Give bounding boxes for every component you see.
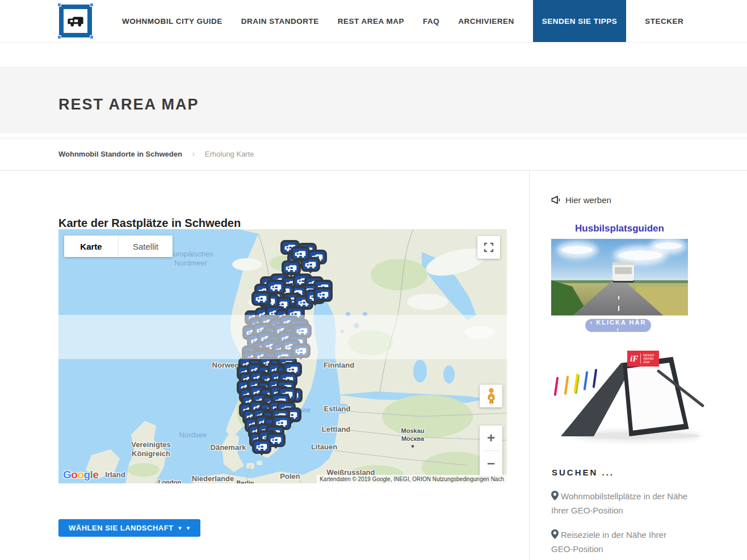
breadcrumb-current[interactable]: Wohnmobil Standorte in Schweden bbox=[58, 150, 182, 158]
map-type-control: Karte Satellit bbox=[64, 235, 173, 257]
header: WOHNMOBIL CITY GUIDEDRAIN STANDORTEREST … bbox=[0, 0, 747, 43]
google-logo-letter: o bbox=[71, 469, 77, 481]
title-band: REST AREA MAP bbox=[0, 67, 747, 133]
rv-icon bbox=[296, 327, 308, 335]
breadcrumb-separator-icon: › bbox=[192, 149, 195, 158]
breadcrumb-page: Erholung Karte bbox=[205, 150, 254, 158]
map-attribution[interactable]: Kartendaten © 2019 Google, INEGI, ORION … bbox=[317, 475, 507, 483]
photo-motorhome bbox=[612, 262, 634, 281]
megaphone-icon bbox=[551, 196, 561, 204]
rv-icon bbox=[294, 250, 307, 258]
rv-icon bbox=[66, 15, 85, 27]
nav-item-stecker[interactable]: STECKER bbox=[645, 17, 683, 26]
map-marker-rest-area[interactable] bbox=[291, 246, 310, 261]
rv-icon bbox=[285, 264, 297, 272]
zoom-in-button[interactable]: + bbox=[480, 426, 502, 450]
google-logo[interactable]: Google bbox=[63, 469, 98, 481]
pegman-button[interactable] bbox=[480, 385, 502, 407]
advertise-here-link[interactable]: Hier werben bbox=[551, 195, 611, 205]
choose-landscape-label: WÄHLEN SIE LANDSCHAFT bbox=[69, 524, 174, 532]
geo-link-label: Wohnmobilstellplätze in der Nähe Ihrer G… bbox=[551, 491, 687, 515]
column-divider bbox=[529, 170, 530, 560]
nav-item-faq[interactable]: FAQ bbox=[423, 17, 439, 26]
fullscreen-icon bbox=[484, 242, 494, 252]
photo-cloud bbox=[654, 242, 682, 250]
site-logo[interactable] bbox=[59, 5, 92, 37]
geo-link-label: Reiseziele in der Nähe Ihrer GEO-Positio… bbox=[551, 530, 666, 554]
location-pin-icon bbox=[551, 491, 559, 500]
motorhome-logo-icon bbox=[64, 9, 87, 33]
selection-handle bbox=[57, 35, 61, 39]
road-dash bbox=[618, 306, 619, 311]
screen-figure bbox=[564, 376, 569, 395]
map-type-satellit-button[interactable]: Satellit bbox=[118, 235, 173, 257]
map-heading: Karte der Rastplätze in Schweden bbox=[58, 217, 241, 230]
google-logo-letter: G bbox=[63, 469, 71, 481]
geo-link-stellplaetze[interactable]: Wohnmobilstellplätze in der Nähe Ihrer G… bbox=[551, 489, 689, 517]
rv-icon bbox=[255, 294, 267, 303]
pegman-icon bbox=[486, 388, 496, 404]
page-title: REST AREA MAP bbox=[58, 96, 199, 113]
map-marker-rest-area[interactable] bbox=[252, 439, 271, 454]
photo-cloud bbox=[561, 246, 593, 254]
selection-handle bbox=[90, 3, 94, 7]
zoom-control: + − bbox=[480, 426, 502, 476]
rv-icon bbox=[317, 290, 329, 299]
nav-item-archivieren[interactable]: ARCHIVIEREN bbox=[458, 17, 514, 26]
choose-landscape-button[interactable]: WÄHLEN SIE LANDSCHAFT ▾ ▾ bbox=[58, 519, 200, 537]
advertise-here-label: Hier werben bbox=[565, 195, 611, 205]
search-heading: SUCHEN ... bbox=[552, 468, 614, 477]
photo-cloud bbox=[618, 250, 662, 260]
rv-icon bbox=[255, 443, 268, 451]
location-pin-icon bbox=[551, 529, 559, 539]
road-dash bbox=[618, 296, 619, 300]
selection-handle bbox=[90, 35, 94, 39]
zoom-out-button[interactable]: − bbox=[480, 451, 502, 476]
google-logo-letter: g bbox=[84, 469, 90, 481]
main-nav: WOHNMOBIL CITY GUIDEDRAIN STANDORTEREST … bbox=[122, 0, 683, 42]
if-badge-logo: iF bbox=[630, 354, 638, 364]
fullscreen-button[interactable] bbox=[477, 236, 500, 259]
screen-figure bbox=[584, 371, 589, 390]
if-design-award-badge: iF DESIGN AWARD 2018 bbox=[627, 351, 659, 367]
google-map[interactable]: EuropäischesNordmeerNorwegenFinnlandOsts… bbox=[58, 229, 507, 483]
rv-icon bbox=[304, 260, 317, 269]
map-markers bbox=[58, 229, 507, 483]
husbilsplatsguiden-link[interactable]: Husbilsplatsguiden bbox=[551, 223, 688, 234]
klicka-har-button[interactable]: ‹ KLICKA HÄR › bbox=[585, 319, 651, 332]
laptop-ad-banner[interactable]: iF DESIGN AWARD 2018 bbox=[539, 347, 732, 448]
rv-icon bbox=[270, 436, 282, 444]
caret-down-icon: ▾ bbox=[179, 525, 182, 531]
map-marker-rest-area[interactable] bbox=[251, 291, 271, 306]
map-marker-rest-area[interactable] bbox=[291, 343, 310, 358]
breadcrumb: Wohnmobil Standorte in Schweden › Erholu… bbox=[0, 138, 747, 171]
google-logo-letter: e bbox=[93, 469, 98, 481]
screen-figure bbox=[593, 369, 598, 388]
nav-item-wohnmobil-city-guide[interactable]: WOHNMOBIL CITY GUIDE bbox=[122, 17, 223, 26]
map-marker-rest-area[interactable] bbox=[313, 287, 333, 302]
nav-item-rest-area-map[interactable]: REST AREA MAP bbox=[338, 17, 404, 26]
google-logo-letter: o bbox=[77, 469, 83, 481]
caret-down-icon: ▾ bbox=[187, 525, 190, 531]
nav-item-drain-standorte[interactable]: DRAIN STANDORTE bbox=[241, 17, 319, 26]
screen-figure bbox=[554, 377, 559, 396]
screen-figure bbox=[574, 373, 579, 393]
if-badge-text: DESIGN AWARD 2018 bbox=[640, 353, 654, 364]
motorhome-road-photo[interactable] bbox=[551, 239, 688, 315]
nav-item-senden-sie-tipps[interactable]: SENDEN SIE TIPPS bbox=[533, 0, 627, 42]
map-type-karte-button[interactable]: Karte bbox=[64, 235, 118, 257]
rv-icon bbox=[270, 283, 282, 292]
rv-icon bbox=[295, 347, 307, 355]
geo-link-reiseziele[interactable]: Reiseziele in der Nähe Ihrer GEO-Positio… bbox=[551, 528, 689, 556]
selection-handle bbox=[57, 3, 61, 7]
